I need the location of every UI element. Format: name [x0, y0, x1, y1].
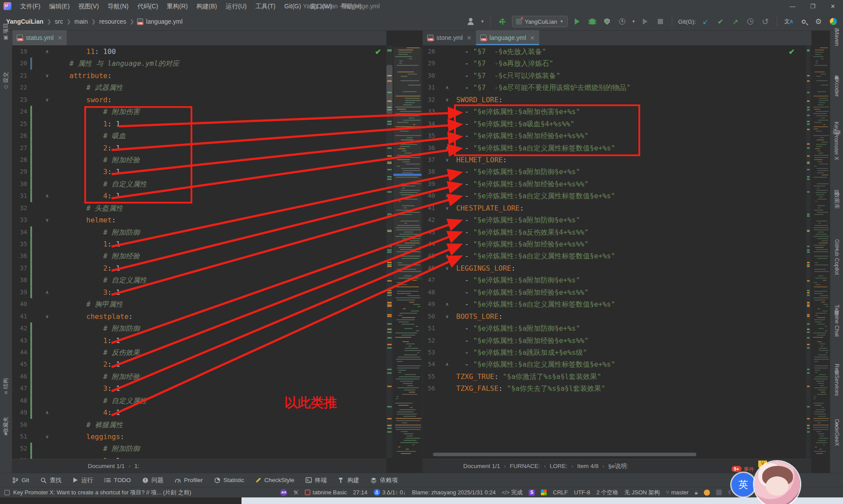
- fold-up-icon[interactable]: ∧: [46, 190, 49, 202]
- coverage-button[interactable]: [602, 16, 612, 27]
- user-profile-icon[interactable]: [465, 16, 476, 27]
- close-icon[interactable]: ✕: [467, 35, 472, 41]
- right-minimap[interactable]: [811, 46, 829, 458]
- build-hammer-icon[interactable]: ⚒: [497, 16, 508, 27]
- breadcrumb-item-YangCuiLian[interactable]: YangCuiLian: [5, 18, 44, 25]
- stop-button[interactable]: [655, 16, 666, 27]
- menu-重构R[interactable]: 重构(R): [162, 0, 192, 12]
- breadcrumb-item-language.yml[interactable]: language.yml: [145, 18, 184, 25]
- json-schema[interactable]: 无 JSON 架构: [624, 489, 660, 497]
- tool-stripe-item-aiXcoder[interactable]: ◉aiXcoder: [830, 75, 843, 89]
- profiler-button[interactable]: [617, 16, 627, 27]
- tool-window-button-Statistic[interactable]: Statistic: [214, 477, 244, 483]
- menu-导航N[interactable]: 导航(N): [103, 0, 133, 12]
- undo-icon[interactable]: ↺: [760, 16, 771, 27]
- chevron-down-icon[interactable]: ▼: [632, 19, 636, 24]
- restore-button[interactable]: ❐: [803, 0, 823, 12]
- tool-stripe-item-Key Promoter X[interactable]: ⌨Key Promoter X: [830, 129, 843, 144]
- tool-stripe-item-结构[interactable]: 结构≡: [0, 380, 12, 396]
- fold-up-icon[interactable]: ∧: [446, 142, 449, 154]
- plugin-icon[interactable]: [828, 16, 839, 27]
- line-ending[interactable]: CRLF: [553, 489, 568, 496]
- ime-indicator[interactable]: 英: [731, 473, 755, 497]
- pen-disabled-icon[interactable]: ✎̸: [293, 489, 299, 496]
- tool-window-button-问题[interactable]: 问题: [142, 476, 163, 484]
- doc-breadcrumb-item[interactable]: Document 1/1: [463, 463, 500, 469]
- fold-down-icon[interactable]: ∨: [446, 262, 449, 274]
- close-icon[interactable]: ✕: [530, 35, 535, 41]
- lock-icon[interactable]: 🔒︎: [695, 489, 698, 496]
- doc-breadcrumb-item[interactable]: FURNACE:: [510, 463, 540, 469]
- tool-window-button-依赖项[interactable]: 依赖项: [371, 476, 398, 484]
- chevron-down-icon[interactable]: ▼: [480, 19, 484, 24]
- doc-breadcrumb-item[interactable]: LORE:: [550, 463, 568, 469]
- run-config-selector[interactable]: YangCuiLian ▼: [512, 16, 567, 27]
- run-disabled-button[interactable]: [640, 16, 651, 27]
- right-error-stripe[interactable]: [806, 46, 811, 458]
- analysis-widget[interactable]: Δ 3 Δ/1↑ 0↓: [374, 489, 406, 496]
- close-icon[interactable]: ✕: [58, 35, 62, 41]
- tool-window-button-运行[interactable]: 运行: [73, 476, 93, 484]
- fold-down-icon[interactable]: ∨: [446, 311, 449, 322]
- plugin-s-icon[interactable]: S: [529, 490, 535, 496]
- terminal-small-icon[interactable]: [716, 490, 722, 495]
- fold-down-icon[interactable]: ∨: [46, 311, 49, 322]
- menu-GitG[interactable]: Git(G): [280, 0, 306, 12]
- aixcoder-icon[interactable]: AIX: [280, 489, 287, 496]
- git-update-icon[interactable]: ↙: [700, 16, 711, 27]
- tool-window-button-CheckStyle[interactable]: CheckStyle: [256, 477, 294, 483]
- tool-stripe-item-Tabnine Chat[interactable]: ▦Tabnine Chat: [830, 309, 843, 324]
- microsoft-icon[interactable]: [541, 490, 547, 495]
- indent-setting[interactable]: 2 个空格: [596, 489, 618, 497]
- debug-button[interactable]: [587, 16, 598, 27]
- tool-stripe-item-Maven[interactable]: mMaven: [830, 26, 843, 41]
- fold-up-icon[interactable]: ∧: [446, 82, 449, 93]
- event-log-label[interactable]: 事件: [744, 466, 754, 473]
- menu-视图V[interactable]: 视图(V): [74, 0, 104, 12]
- close-button[interactable]: ✕: [823, 0, 843, 12]
- fold-down-icon[interactable]: ∨: [446, 202, 449, 214]
- fold-up-icon[interactable]: ∧: [446, 190, 449, 202]
- tool-window-button-终端[interactable]: 终端: [306, 476, 327, 484]
- fold-up-icon[interactable]: ∧: [446, 298, 449, 310]
- encoding[interactable]: UTF-8: [574, 489, 590, 496]
- tool-window-button-Git[interactable]: Git: [12, 477, 29, 483]
- git-push-icon[interactable]: ↗: [730, 16, 741, 27]
- doc-breadcrumb-item[interactable]: 1:: [134, 463, 139, 469]
- tab-status-yml[interactable]: status.yml ✕: [12, 30, 67, 45]
- right-code-editor[interactable]: 28- "§7 -§a先放入装备"29- "§7 -§a再放入淬炼石"30- "…: [423, 46, 811, 459]
- status-message-area[interactable]: Key Promoter X: Want to create a shortcu…: [4, 489, 191, 497]
- run-button[interactable]: [572, 16, 583, 27]
- fold-up-icon[interactable]: ∧: [446, 250, 449, 262]
- fold-down-icon[interactable]: ∨: [446, 94, 449, 106]
- tool-window-button-TODO[interactable]: TODO: [104, 477, 131, 483]
- tool-stripe-item-GitHub Copilot[interactable]: ◔GitHub Copilot: [830, 246, 843, 260]
- doc-breadcrumb-item[interactable]: Document 1/1: [88, 463, 125, 469]
- tabnine-status[interactable]: tabnine Basic: [305, 489, 347, 496]
- menu-文件F[interactable]: 文件(F): [16, 0, 45, 12]
- tool-stripe-item-提交[interactable]: 提交◇: [0, 74, 12, 89]
- menu-编辑E[interactable]: 编辑(E): [45, 0, 74, 12]
- fold-up-icon[interactable]: ∧: [46, 286, 49, 298]
- tab-language-yml[interactable]: language.yml✕: [476, 30, 539, 45]
- event-log-badge[interactable]: 9+: [731, 466, 742, 472]
- download-badge-icon[interactable]: [704, 490, 710, 496]
- git-commit-icon[interactable]: ✔: [715, 16, 726, 27]
- menu-代码C[interactable]: 代码(C): [133, 0, 162, 12]
- fold-up-icon[interactable]: ∧: [46, 46, 49, 57]
- fold-down-icon[interactable]: ∨: [46, 431, 49, 443]
- tool-window-button-Profiler[interactable]: Profiler: [175, 477, 203, 483]
- fold-down-icon[interactable]: ∨: [446, 154, 449, 166]
- tool-window-button-查找[interactable]: 查找: [40, 476, 61, 484]
- horizontal-scrollbar[interactable]: [433, 453, 696, 456]
- menu-工具T[interactable]: 工具(T): [251, 0, 280, 12]
- fold-up-icon[interactable]: ∧: [446, 358, 449, 370]
- tool-stripe-item-CodeGeeX[interactable]: $CodeGeeX: [830, 421, 843, 436]
- fold-down-icon[interactable]: ∨: [46, 70, 49, 82]
- breadcrumb-item-src[interactable]: src: [54, 18, 64, 25]
- settings-gear-icon[interactable]: ⚙: [813, 16, 824, 27]
- tool-stripe-item-收藏夹[interactable]: 收藏夹★: [0, 421, 12, 437]
- left-scrollbar-thumb[interactable]: [386, 65, 393, 114]
- doc-breadcrumb-item[interactable]: Item 4/8: [577, 463, 599, 469]
- breadcrumb-item-resources[interactable]: resources: [98, 18, 127, 25]
